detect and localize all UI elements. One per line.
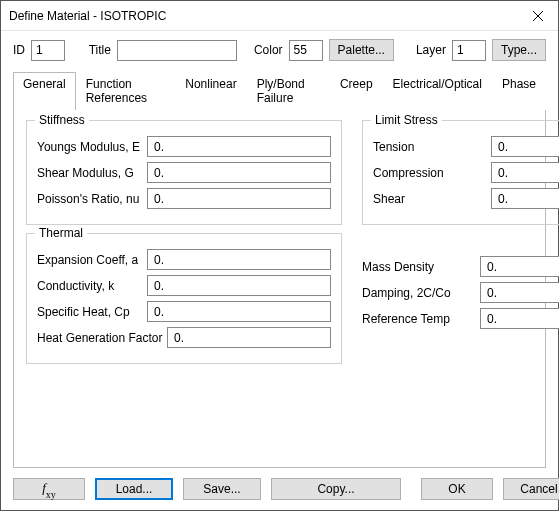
conductivity-input[interactable] xyxy=(147,275,331,296)
tab-general[interactable]: General xyxy=(13,72,76,110)
left-column: Stiffness Youngs Modulus, E Shear Modulu… xyxy=(26,120,342,372)
fx-button[interactable]: fxy xyxy=(13,478,85,500)
youngs-label: Youngs Modulus, E xyxy=(37,140,147,154)
damping-input[interactable] xyxy=(480,282,559,303)
ref-temp-input[interactable] xyxy=(480,308,559,329)
specific-heat-input[interactable] xyxy=(147,301,331,322)
expansion-input[interactable] xyxy=(147,249,331,270)
poisson-label: Poisson's Ratio, nu xyxy=(37,192,147,206)
ref-temp-label: Reference Temp xyxy=(362,312,480,326)
tab-phase[interactable]: Phase xyxy=(492,72,546,110)
group-limit-stress: Limit Stress Tension Compression Shear xyxy=(362,120,559,225)
load-button[interactable]: Load... xyxy=(95,478,173,500)
expansion-label: Expansion Coeff, a xyxy=(37,253,147,267)
group-stiffness: Stiffness Youngs Modulus, E Shear Modulu… xyxy=(26,120,342,225)
color-input[interactable] xyxy=(289,40,323,61)
titlebar: Define Material - ISOTROPIC xyxy=(1,1,558,31)
id-label: ID xyxy=(13,43,25,57)
window-title: Define Material - ISOTROPIC xyxy=(9,9,166,23)
tab-creep[interactable]: Creep xyxy=(330,72,383,110)
button-bar: fxy Load... Save... Copy... OK Cancel xyxy=(1,478,558,510)
shear-input[interactable] xyxy=(147,162,331,183)
group-title-stiffness: Stiffness xyxy=(35,113,89,127)
group-title-limit-stress: Limit Stress xyxy=(371,113,442,127)
ok-button[interactable]: OK xyxy=(421,478,493,500)
save-button[interactable]: Save... xyxy=(183,478,261,500)
content-area: ID Title Color Palette... Layer Type... … xyxy=(1,31,558,478)
color-label: Color xyxy=(254,43,283,57)
poisson-input[interactable] xyxy=(147,188,331,209)
close-icon xyxy=(533,11,543,21)
title-label: Title xyxy=(89,43,111,57)
heat-gen-label: Heat Generation Factor xyxy=(37,331,167,345)
palette-button[interactable]: Palette... xyxy=(329,39,394,61)
right-column: Limit Stress Tension Compression Shear M… xyxy=(362,120,559,372)
type-button[interactable]: Type... xyxy=(492,39,546,61)
layer-input[interactable] xyxy=(452,40,486,61)
layer-label: Layer xyxy=(416,43,446,57)
specific-heat-label: Specific Heat, Cp xyxy=(37,305,147,319)
header-row: ID Title Color Palette... Layer Type... xyxy=(13,39,546,61)
columns: Stiffness Youngs Modulus, E Shear Modulu… xyxy=(26,120,533,372)
cancel-button[interactable]: Cancel xyxy=(503,478,559,500)
fx-icon: fxy xyxy=(42,480,56,498)
id-input[interactable] xyxy=(31,40,65,61)
mass-density-label: Mass Density xyxy=(362,260,480,274)
heat-gen-input[interactable] xyxy=(167,327,331,348)
conductivity-label: Conductivity, k xyxy=(37,279,147,293)
shear-stress-input[interactable] xyxy=(491,188,559,209)
mass-density-input[interactable] xyxy=(480,256,559,277)
group-thermal: Thermal Expansion Coeff, a Conductivity,… xyxy=(26,233,342,364)
compression-input[interactable] xyxy=(491,162,559,183)
group-title-thermal: Thermal xyxy=(35,226,87,240)
tab-pane-general: Stiffness Youngs Modulus, E Shear Modulu… xyxy=(13,110,546,468)
tension-input[interactable] xyxy=(491,136,559,157)
tab-electrical-optical[interactable]: Electrical/Optical xyxy=(383,72,492,110)
close-button[interactable] xyxy=(518,1,558,31)
compression-label: Compression xyxy=(373,166,491,180)
tab-function-references[interactable]: Function References xyxy=(76,72,176,110)
tension-label: Tension xyxy=(373,140,491,154)
youngs-input[interactable] xyxy=(147,136,331,157)
define-material-dialog: Define Material - ISOTROPIC ID Title Col… xyxy=(0,0,559,511)
shear-label: Shear Modulus, G xyxy=(37,166,147,180)
shear-stress-label: Shear xyxy=(373,192,491,206)
tab-ply-bond-failure[interactable]: Ply/Bond Failure xyxy=(247,72,330,110)
title-input[interactable] xyxy=(117,40,237,61)
tab-nonlinear[interactable]: Nonlinear xyxy=(175,72,246,110)
damping-label: Damping, 2C/Co xyxy=(362,286,480,300)
tab-bar: General Function References Nonlinear Pl… xyxy=(13,71,546,110)
copy-button[interactable]: Copy... xyxy=(271,478,401,500)
